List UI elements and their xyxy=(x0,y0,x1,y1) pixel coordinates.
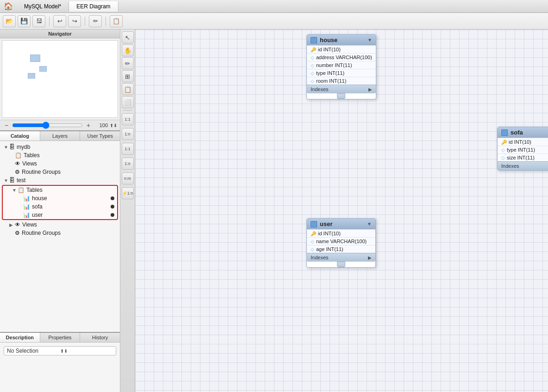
table-user-handle[interactable] xyxy=(337,262,345,267)
zoom-out-button[interactable]: − xyxy=(3,122,10,129)
field-house-id: 🔑 id INT(10) xyxy=(307,45,376,53)
table-house-icon xyxy=(311,37,317,43)
field-house-room-label: room INT(11) xyxy=(316,78,346,84)
field-house-id-label: id INT(10) xyxy=(318,47,341,52)
table-house-arrow[interactable]: ▼ xyxy=(367,37,372,43)
edit-button[interactable]: ✏ xyxy=(89,15,102,27)
table-sofa-indexes[interactable]: Indexes ▶ xyxy=(498,161,548,170)
table-house-indexes[interactable]: Indexes ▶ xyxy=(307,85,376,93)
tab-layers[interactable]: Layers xyxy=(40,131,81,141)
select-tool[interactable]: ↖ xyxy=(122,31,134,43)
relation-1-nb[interactable]: 1:n xyxy=(122,157,134,171)
relation-1-1b[interactable]: 1:1 xyxy=(122,142,134,156)
save-as-button[interactable]: 🖫 xyxy=(32,15,45,27)
tab-properties[interactable]: Properties xyxy=(40,333,81,342)
diamond-icon-user-1: ◇ xyxy=(311,239,314,244)
tree-item-mydb-views[interactable]: 👁 Views xyxy=(0,159,120,168)
relation-n-m[interactable]: n:m xyxy=(122,172,134,185)
erase-tool[interactable]: ✏ xyxy=(122,57,134,69)
eer-canvas[interactable]: house ▼ 🔑 id INT(10) ◇ address VARCHAR(1… xyxy=(135,30,548,392)
navigator: Navigator − + 100 ⬆⬇ xyxy=(0,30,120,131)
tree-item-house[interactable]: 📊 house xyxy=(3,194,117,202)
field-sofa-size-label: size INT(11) xyxy=(507,155,535,160)
table-tool[interactable]: ⊞ xyxy=(122,70,134,82)
table-user-arrow[interactable]: ▼ xyxy=(367,221,372,227)
field-house-number: ◇ number INT(11) xyxy=(307,61,376,69)
view-tool[interactable]: ⬜ xyxy=(122,96,134,108)
nav-thumb-3 xyxy=(28,73,35,79)
save-button[interactable]: 💾 xyxy=(18,15,31,27)
zoom-in-button[interactable]: + xyxy=(85,122,92,129)
toolbar: 📂 💾 🖫 ↩ ↪ ✏ 📋 xyxy=(0,13,548,30)
user-dot xyxy=(111,213,114,217)
table-user-indexes[interactable]: Indexes ▶ xyxy=(307,253,375,262)
field-house-address: ◇ address VARCHAR(100) xyxy=(307,53,376,61)
tree-arrow-test-tables[interactable]: ▼ xyxy=(12,188,18,193)
catalog-tabs: Catalog Layers User Types xyxy=(0,131,120,141)
table-sofa[interactable]: sofa ▼ 🔑 id INT(10) ◇ type INT(11) ◇ siz… xyxy=(497,127,548,171)
field-sofa-size: ◇ size INT(11) xyxy=(498,153,548,161)
tree-arrow-test[interactable]: ▼ xyxy=(4,178,9,183)
tree-item-mydb-tables[interactable]: 📋 Tables xyxy=(0,151,120,159)
table-house[interactable]: house ▼ 🔑 id INT(10) ◇ address VARCHAR(1… xyxy=(306,34,376,99)
table-house-title: house xyxy=(320,37,337,43)
pan-tool[interactable]: ✋ xyxy=(122,44,134,56)
tree-item-test-views[interactable]: ▶ 👁 Views xyxy=(0,220,120,229)
zoom-slider[interactable] xyxy=(12,122,83,129)
field-house-type: ◇ type INT(11) xyxy=(307,69,376,77)
tab-user-types[interactable]: User Types xyxy=(80,131,120,141)
copy-tool[interactable]: 📋 xyxy=(122,83,134,95)
key-icon-sofa: 🔑 xyxy=(501,140,507,145)
tree-item-test-routines[interactable]: ⚙ Routine Groups xyxy=(0,229,120,237)
tab-catalog[interactable]: Catalog xyxy=(0,131,40,141)
tab-description[interactable]: Description xyxy=(0,333,40,342)
routines-icon-test: ⚙ xyxy=(15,230,20,236)
redo-button[interactable]: ↪ xyxy=(68,15,81,27)
tree-item-mydb-routines[interactable]: ⚙ Routine Groups xyxy=(0,168,120,176)
table-icon-sofa: 📊 xyxy=(23,203,30,210)
zoom-stepper[interactable]: ⬆⬇ xyxy=(110,123,117,128)
main-layout: Navigator − + 100 ⬆⬇ Catalog Layers User… xyxy=(0,30,548,392)
field-house-type-label: type INT(11) xyxy=(316,70,344,76)
home-icon[interactable]: 🏠 xyxy=(0,2,17,11)
tree-arrow-test-views[interactable]: ▶ xyxy=(9,222,15,227)
tables-icon-test: 📋 xyxy=(18,187,25,193)
left-panel: Navigator − + 100 ⬆⬇ Catalog Layers User… xyxy=(0,30,120,392)
nav-thumb-2 xyxy=(39,66,47,72)
tree-item-mydb[interactable]: ▼ 🗄 mydb xyxy=(0,143,120,151)
user-indexes-arrow-icon[interactable]: ▶ xyxy=(368,255,372,260)
navigator-canvas[interactable] xyxy=(2,40,118,118)
field-user-id: 🔑 id INT(10) xyxy=(307,229,375,237)
indexes-arrow-icon[interactable]: ▶ xyxy=(368,87,372,92)
table-house-header: house ▼ xyxy=(307,35,376,45)
table-sofa-title: sofa xyxy=(511,129,523,136)
relation-1-1[interactable]: 1:1 xyxy=(122,112,134,126)
tab-mysql-model[interactable]: MySQL Model* xyxy=(17,1,69,12)
relation-1-n-special[interactable]: ⚡1:n xyxy=(122,186,134,200)
tree-item-test-tables[interactable]: ▼ 📋 Tables xyxy=(3,186,117,194)
open-button[interactable]: 📂 xyxy=(3,15,16,27)
table-user[interactable]: user ▼ 🔑 id INT(10) ◇ name VARCHAR(100) … xyxy=(306,218,376,268)
tab-history[interactable]: History xyxy=(80,333,120,342)
field-user-age-label: age INT(11) xyxy=(316,246,343,252)
tree-item-user[interactable]: 📊 user xyxy=(3,211,117,219)
undo-button[interactable]: ↩ xyxy=(53,15,66,27)
highlighted-group: ▼ 📋 Tables 📊 house 📊 sofa xyxy=(2,185,118,220)
catalog-tree[interactable]: ▼ 🗄 mydb 📋 Tables 👁 Views ⚙ Routine G xyxy=(0,141,120,332)
toolbar-separator-3 xyxy=(106,17,106,26)
field-user-name: ◇ name VARCHAR(100) xyxy=(307,237,375,245)
sofa-indexes-label: Indexes xyxy=(501,163,519,169)
description-content: No Selection ⬆⬇ xyxy=(0,343,120,392)
routines-icon: ⚙ xyxy=(15,169,20,175)
field-house-room: ◇ room INT(11) xyxy=(307,77,376,85)
table-house-handle[interactable] xyxy=(337,93,345,99)
tree-item-sofa[interactable]: 📊 sofa xyxy=(3,202,117,211)
tree-item-test[interactable]: ▼ 🗄 test xyxy=(0,176,120,184)
tree-arrow-mydb[interactable]: ▼ xyxy=(4,145,9,150)
tab-eer-diagram[interactable]: EER Diagram xyxy=(69,1,118,12)
selection-dropdown[interactable]: No Selection ⬆⬇ xyxy=(4,346,116,355)
relation-1-n[interactable]: 1:n xyxy=(122,127,134,141)
field-sofa-type: ◇ type INT(11) xyxy=(498,146,548,153)
clipboard-button[interactable]: 📋 xyxy=(110,15,123,27)
field-user-id-label: id INT(10) xyxy=(318,231,341,236)
